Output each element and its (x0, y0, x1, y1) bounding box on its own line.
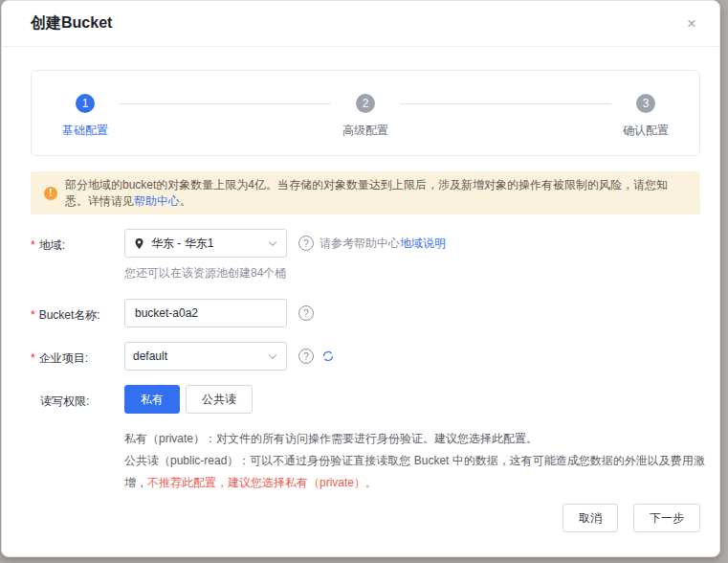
close-icon[interactable]: × (683, 13, 700, 34)
chevron-down-icon (267, 350, 278, 362)
warning-icon: ! (44, 187, 57, 200)
refresh-icon[interactable] (321, 349, 335, 363)
step-confirm-config: 3 确认配置 (623, 94, 669, 139)
acl-public-read-button[interactable]: 公共读 (186, 385, 253, 414)
chevron-down-icon (267, 237, 278, 249)
required-mark: * (31, 308, 35, 322)
enterprise-project-row: *企业项目: default ? (31, 342, 700, 371)
region-help-text: 请参考帮助中心地域说明 (320, 236, 446, 252)
step-1-label: 基础配置 (62, 123, 108, 139)
acl-warning-text: 不推荐此配置，建议您选择私有（private）。 (147, 476, 377, 489)
acl-row: 读写权限: 私有 公共读 (31, 385, 700, 414)
region-quota-note: 您还可以在该资源池创建84个桶 (124, 265, 446, 282)
step-2-circle: 2 (356, 94, 375, 113)
acl-description: 私有（private）：对文件的所有访问操作需要进行身份验证。建议您选择此配置。… (124, 428, 719, 494)
acl-private-desc: 私有（private）：对文件的所有访问操作需要进行身份验证。建议您选择此配置。 (124, 428, 719, 450)
region-doc-link[interactable]: 地域说明 (400, 236, 446, 250)
acl-public-desc: 公共读（public-read）：可以不通过身份验证直接读取您 Bucket 中… (124, 450, 719, 494)
enterprise-project-select[interactable]: default (124, 342, 287, 371)
acl-label: 读写权限: (31, 385, 124, 410)
warning-banner: ! 部分地域的bucket的对象数量上限为4亿。当存储的对象数量达到上限后，涉及… (31, 171, 700, 214)
bucket-name-label: *Bucket名称: (31, 299, 124, 324)
help-center-link[interactable]: 帮助中心 (134, 194, 180, 208)
dialog-body: 1 基础配置 2 高级配置 3 确认配置 ! 部分地域的bucket的对象数量上… (2, 70, 719, 532)
cancel-button[interactable]: 取消 (563, 504, 618, 532)
dialog-title: 创建Bucket (31, 13, 112, 34)
stepper: 1 基础配置 2 高级配置 3 确认配置 (31, 70, 700, 156)
banner-text: 部分地域的bucket的对象数量上限为4亿。当存储的对象数量达到上限后，涉及新增… (65, 177, 687, 210)
dialog-footer: 取消 下一步 (31, 504, 700, 532)
enterprise-project-help-icon[interactable]: ? (298, 349, 314, 364)
bucket-name-help-icon[interactable]: ? (298, 305, 314, 321)
step-2-label: 高级配置 (342, 123, 388, 139)
region-help-icon[interactable]: ? (298, 236, 314, 251)
step-basic-config: 1 基础配置 (62, 94, 108, 139)
step-3-label: 确认配置 (623, 123, 669, 139)
region-select-value: 华东 - 华东1 (151, 236, 263, 252)
location-pin-icon (133, 237, 145, 250)
bucket-name-row: *Bucket名称: ? (31, 299, 700, 327)
acl-private-button[interactable]: 私有 (124, 385, 180, 414)
bucket-name-input[interactable] (124, 299, 287, 327)
dialog-header: 创建Bucket × (2, 1, 719, 47)
step-3-circle: 3 (636, 94, 655, 113)
step-1-circle: 1 (76, 94, 95, 113)
step-connector (400, 103, 611, 104)
enterprise-project-value: default (133, 349, 263, 363)
create-bucket-form: *地域: 华东 - 华东1 ? 请参考帮助中 (31, 229, 700, 532)
required-mark: * (31, 238, 35, 252)
next-step-button[interactable]: 下一步 (633, 504, 700, 532)
step-connector (120, 103, 331, 104)
region-label: *地域: (31, 229, 124, 254)
step-advanced-config: 2 高级配置 (342, 94, 388, 139)
create-bucket-dialog: 创建Bucket × 1 基础配置 2 高级配置 3 确认配置 ! 部分地域的b… (1, 0, 720, 557)
enterprise-project-label: *企业项目: (31, 342, 124, 367)
region-select[interactable]: 华东 - 华东1 (124, 229, 287, 258)
region-row: *地域: 华东 - 华东1 ? 请参考帮助中 (31, 229, 700, 282)
required-mark: * (31, 351, 35, 365)
